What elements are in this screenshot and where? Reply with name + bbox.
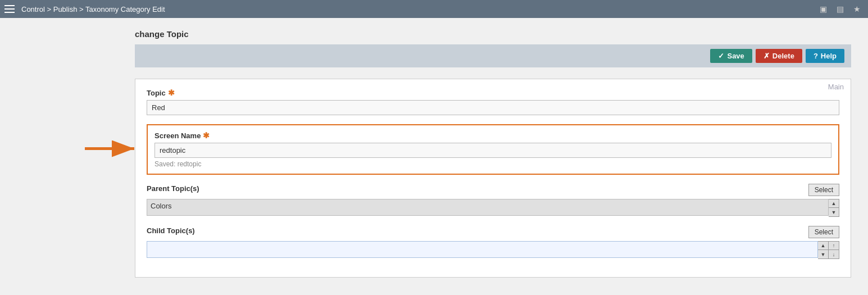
parent-topic-field-group: Parent Topic(s) Select Colors ▲ ▼: [147, 184, 839, 217]
parent-topic-label: Parent Topic(s): [147, 184, 199, 193]
question-icon: ?: [814, 52, 818, 60]
main-content: change Topic ✓ Save ✗ Delete ? Help Main…: [0, 18, 868, 289]
saved-note: Saved: redtopic: [154, 160, 831, 168]
child-topic-label: Child Topic(s): [147, 226, 195, 235]
topbar-right: ▣ ▤ ★: [816, 2, 864, 16]
child-move-up[interactable]: ↑: [829, 242, 839, 250]
topic-field-group: Topic ✱: [147, 88, 839, 115]
toolbar: ✓ Save ✗ Delete ? Help: [135, 44, 851, 67]
delete-label: Delete: [772, 52, 794, 60]
child-scroll-down[interactable]: ▼: [818, 250, 828, 258]
child-topic-move-btns: ↑ ↓: [829, 241, 839, 259]
screen-name-required-star: ✱: [203, 131, 210, 140]
breadcrumb: Control > Publish > Taxonomy Category Ed…: [21, 5, 165, 13]
parent-scroll-down[interactable]: ▼: [829, 208, 839, 216]
arrow-indicator: [85, 138, 141, 162]
help-label: Help: [821, 52, 837, 60]
star-icon[interactable]: ★: [850, 2, 864, 16]
topbar-left: Control > Publish > Taxonomy Category Ed…: [4, 3, 165, 15]
delete-button[interactable]: ✗ Delete: [756, 49, 802, 63]
child-topic-header: Child Topic(s) Select: [147, 226, 839, 238]
parent-topic-scrollbar: ▲ ▼: [829, 199, 839, 217]
parent-topic-select-button[interactable]: Select: [808, 184, 839, 196]
film-icon[interactable]: ▤: [833, 2, 847, 16]
hamburger-icon[interactable]: [4, 3, 17, 15]
screen-name-input[interactable]: [154, 143, 831, 158]
child-topic-listbox[interactable]: [147, 241, 818, 258]
page-title: change Topic: [135, 29, 851, 39]
parent-topic-listbox[interactable]: Colors: [147, 199, 829, 216]
screen-name-label: Screen Name ✱: [154, 131, 831, 140]
save-button[interactable]: ✓ Save: [710, 49, 752, 63]
child-move-down[interactable]: ↓: [829, 250, 839, 258]
topic-label: Topic ✱: [147, 88, 839, 97]
monitor-icon[interactable]: ▣: [816, 2, 830, 16]
child-topic-scrollbar: ▲ ▼: [818, 241, 829, 259]
child-topic-field-group: Child Topic(s) Select ▲ ▼ ↑ ↓: [147, 226, 839, 259]
form-panel: Main Topic ✱: [135, 79, 851, 278]
parent-topic-header: Parent Topic(s) Select: [147, 184, 839, 196]
child-topic-listbox-wrapper: ▲ ▼ ↑ ↓: [147, 241, 839, 259]
child-topic-select-button[interactable]: Select: [808, 226, 839, 238]
panel-label: Main: [828, 83, 844, 91]
topbar: Control > Publish > Taxonomy Category Ed…: [0, 0, 868, 18]
topic-input[interactable]: [147, 100, 839, 115]
parent-scroll-up[interactable]: ▲: [829, 199, 839, 208]
check-icon: ✓: [718, 52, 724, 60]
screen-name-field-group: Screen Name ✱ Saved: redtopic: [147, 124, 839, 175]
save-label: Save: [727, 52, 744, 60]
screen-name-wrapper: Screen Name ✱ Saved: redtopic: [147, 124, 839, 175]
child-scroll-up[interactable]: ▲: [818, 242, 828, 250]
parent-topic-listbox-wrapper: Colors ▲ ▼: [147, 199, 839, 217]
help-button[interactable]: ? Help: [806, 49, 844, 63]
topic-required-star: ✱: [168, 88, 175, 97]
x-icon: ✗: [764, 52, 770, 60]
